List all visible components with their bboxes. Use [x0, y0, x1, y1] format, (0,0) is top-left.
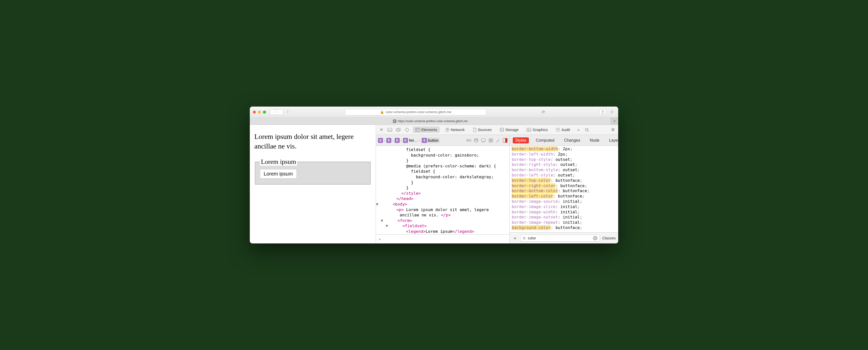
styles-tab-computed[interactable]: Computed — [533, 137, 557, 143]
page-button[interactable]: Lorem ipsum — [260, 169, 297, 178]
tab-audit-label: Audit — [561, 127, 570, 132]
svg-rect-4 — [611, 111, 613, 113]
style-property[interactable]: background-color: buttonface; — [512, 225, 616, 231]
clear-filter-button[interactable]: ✕ — [593, 236, 597, 240]
back-button[interactable]: ‹ — [270, 109, 277, 115]
style-property[interactable]: border-image-width: initial; — [512, 210, 616, 215]
style-property[interactable]: border-left-width: 2px; — [512, 152, 616, 157]
dock-popout-icon[interactable] — [396, 127, 401, 133]
grid-icon[interactable] — [489, 138, 493, 142]
style-property[interactable]: border-right-color: buttonface; — [512, 183, 616, 188]
style-property[interactable]: border-bottom-width: 2px; — [512, 146, 616, 152]
styles-tab-changes[interactable]: Changes — [561, 137, 583, 143]
overflow-icon[interactable]: » — [576, 127, 581, 133]
dom-tree[interactable]: fieldset { background-color: gainsboro; … — [376, 146, 509, 234]
dom-line[interactable]: <legend>Lorem ipsum</legend> — [377, 229, 508, 234]
dom-line[interactable]: ▼ <body> — [377, 202, 508, 207]
lock-icon: 🔒 — [380, 110, 384, 114]
styles-tab-node[interactable]: Node — [587, 137, 602, 143]
svg-rect-35 — [489, 141, 491, 142]
device-icon[interactable] — [481, 139, 486, 142]
style-property[interactable]: border-top-color: buttonface; — [512, 178, 616, 183]
tab-elements[interactable]: Elements — [413, 126, 440, 133]
dom-line[interactable]: background-color: darkslategray; — [377, 174, 508, 180]
svg-rect-3 — [610, 111, 613, 113]
sidebar-toggle-button[interactable] — [285, 109, 292, 115]
forward-button[interactable]: › — [277, 109, 283, 115]
dom-line[interactable]: </head> — [377, 196, 508, 202]
style-property[interactable]: border-right-style: outset; — [512, 162, 616, 168]
style-property[interactable]: border-image-outset: initial; — [512, 215, 616, 220]
style-property[interactable]: border-left-color: buttonface; — [512, 194, 616, 199]
tab-network[interactable]: Network — [443, 126, 467, 133]
tab-sources[interactable]: Sources — [470, 126, 494, 133]
svg-point-18 — [500, 128, 504, 129]
styles-list[interactable]: border-bottom-width: 2px;border-left-wid… — [510, 146, 618, 232]
chevron-right-icon: › — [418, 138, 420, 142]
dom-line[interactable]: </style> — [377, 191, 508, 196]
page-legend: Lorem ipsum — [260, 158, 297, 166]
dock-bottom-icon[interactable] — [387, 127, 393, 133]
classes-button[interactable]: Classes — [602, 236, 616, 240]
tab-audit[interactable]: Audit — [553, 126, 572, 133]
reload-button[interactable]: ⟳ — [541, 109, 546, 115]
crumb-0[interactable]: E — [378, 138, 383, 143]
dom-line[interactable]: fieldset { — [377, 147, 508, 152]
crumb-1[interactable]: E — [386, 138, 391, 143]
minimize-window-button[interactable] — [258, 111, 261, 114]
ruler-icon[interactable] — [467, 139, 471, 142]
devtools: ✕ Elements Network Sources — [376, 125, 618, 243]
crumb-fieldset[interactable]: Efiel… — [403, 138, 417, 143]
dom-line[interactable]: ▼ <form> — [377, 218, 508, 224]
style-property[interactable]: border-bottom-style: outset; — [512, 168, 616, 173]
crumb-button[interactable]: Ebutton — [421, 138, 439, 143]
tab-graphics[interactable]: Graphics — [524, 126, 550, 133]
style-property[interactable]: border-image-repeat: initial; — [512, 220, 616, 225]
favicon: C — [393, 119, 396, 123]
tab-storage[interactable]: Storage — [497, 126, 521, 133]
svg-rect-8 — [397, 128, 400, 130]
style-property[interactable]: border-top-style: outset; — [512, 157, 616, 163]
dom-line[interactable]: background-color: gainsboro; — [377, 152, 508, 158]
styles-tab-styles[interactable]: Styles — [513, 137, 529, 143]
share-button[interactable] — [599, 109, 606, 115]
dom-breadcrumb: E › E › E › Efiel… › Ebutton — [376, 135, 509, 146]
address-bar[interactable]: 🔒 color-scheme-prefers-color-scheme.glit… — [345, 109, 486, 115]
styles-filter-input[interactable]: ⊜ color ✕ — [520, 235, 600, 242]
new-tab-button[interactable]: ＋ — [611, 118, 618, 124]
styles-tabbar: Styles Computed Changes Node Layers — [510, 135, 618, 146]
styles-tab-layers[interactable]: Layers — [607, 137, 618, 143]
settings-icon[interactable]: ⚙ — [610, 127, 616, 133]
close-devtools-icon[interactable]: ✕ — [378, 127, 384, 133]
new-rule-button[interactable]: ＋ — [512, 234, 518, 242]
dom-line[interactable]: } — [377, 158, 508, 164]
console-drawer[interactable]: › — [376, 234, 509, 243]
show-tabs-button[interactable] — [609, 109, 615, 115]
style-property[interactable]: border-image-source: initial; — [512, 199, 616, 204]
dom-line[interactable]: @media (prefers-color-scheme: dark) { — [377, 164, 508, 169]
close-window-button[interactable] — [253, 111, 256, 114]
dom-line[interactable]: ▼ <fieldset> — [377, 223, 508, 229]
svg-rect-34 — [491, 139, 493, 140]
svg-rect-33 — [489, 139, 491, 140]
crumb-2[interactable]: E — [395, 138, 400, 143]
svg-rect-14 — [415, 128, 420, 131]
search-icon[interactable] — [584, 127, 590, 133]
dom-line[interactable]: } — [377, 180, 508, 185]
style-property[interactable]: border-left-style: outset; — [512, 173, 616, 178]
style-property[interactable]: border-image-slice: initial; — [512, 204, 616, 210]
style-property[interactable]: border-bottom-color: buttonface; — [512, 188, 616, 194]
layout-toggle-icon[interactable] — [503, 138, 507, 143]
svg-rect-36 — [491, 141, 493, 142]
browser-tab[interactable]: C https://color-scheme-prefers-color-sch… — [250, 118, 611, 124]
dom-line[interactable]: fieldset { — [377, 169, 508, 174]
filter-value: color — [528, 236, 536, 240]
content-area: Lorem ipsum dolor sit amet, legere ancil… — [250, 125, 618, 243]
svg-rect-5 — [388, 128, 392, 131]
zoom-window-button[interactable] — [263, 111, 266, 114]
target-icon[interactable] — [404, 127, 410, 133]
paint-icon[interactable] — [496, 138, 500, 142]
print-icon[interactable] — [474, 138, 478, 142]
dom-line[interactable]: } — [377, 185, 508, 191]
dom-line[interactable]: <p> Lorem ipsum dolor sit amet, legere a… — [377, 207, 508, 218]
